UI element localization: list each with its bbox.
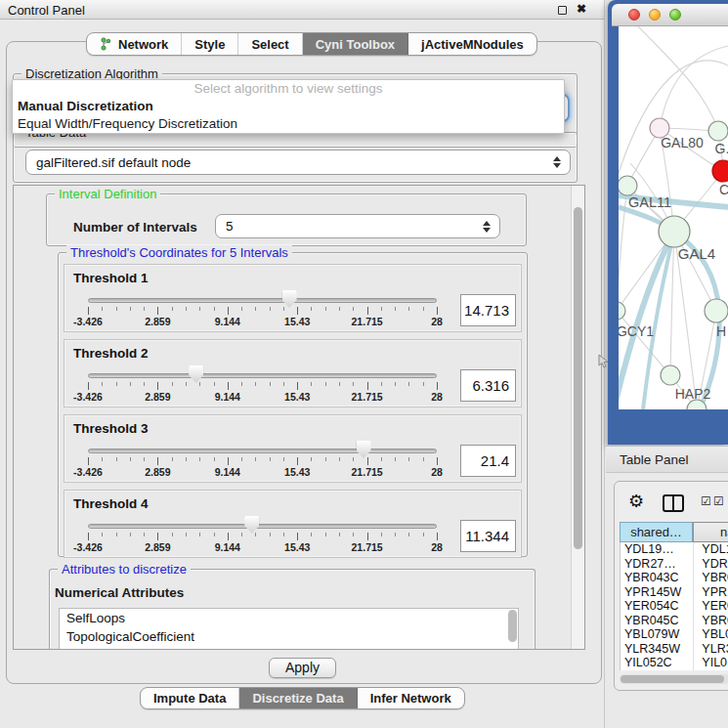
table-data-combo[interactable]: galFiltered.sif default node	[25, 150, 571, 175]
settings-scrollpane: Interval Definition Number of Intervals …	[13, 185, 585, 650]
table-cell-name: YBR0	[693, 614, 728, 628]
numerical-attributes-list[interactable]: SelfLoopsTopologicalCoefficientBetweenne…	[59, 608, 519, 650]
table-row[interactable]: YBR043CYBR0	[621, 571, 728, 585]
table-panel-header: Table Panel	[606, 446, 728, 473]
interval-definition-group: Interval Definition Number of Intervals …	[46, 193, 527, 246]
threshold-1-panel: Threshold 1 -3.4262.8599.14415.4321.7152…	[64, 264, 522, 332]
checkbox-icon[interactable]: ☑	[713, 494, 724, 508]
number-of-intervals-value: 5	[226, 219, 234, 234]
network-node[interactable]	[712, 160, 728, 182]
threshold-4-slider-handle[interactable]	[244, 516, 259, 534]
table-cell-name: YIL0	[693, 656, 728, 670]
threshold-3-label: Threshold 3	[73, 421, 149, 436]
tab-network-label: Network	[118, 37, 168, 52]
node-table: shared… na YDL19…YDL1YDR27…YDR2YBR043CYB…	[620, 522, 728, 684]
tab-jactivemnodules[interactable]: jActiveMNodules	[408, 33, 536, 55]
tick-label: 9.144	[200, 541, 255, 553]
attributes-list-scrollbar[interactable]	[508, 610, 517, 642]
table-header-row: shared… na	[620, 522, 728, 542]
table-data-combo-value: galFiltered.sif default node	[36, 155, 191, 170]
network-canvas[interactable]: GAL80G.CGAL11GAL4GCY1HHAP2	[619, 26, 728, 409]
table-row[interactable]: YDR27…YDR2	[621, 557, 728, 572]
control-panel-title: Control Panel	[8, 3, 85, 18]
threshold-1-slider-track[interactable]	[88, 298, 437, 303]
dropdown-item-manual-discretization[interactable]: Manual Discretization	[13, 98, 564, 115]
mouse-cursor	[598, 354, 609, 368]
network-node-label: HAP2	[675, 386, 711, 402]
gear-icon[interactable]: ⚙	[628, 492, 644, 510]
network-node[interactable]	[619, 302, 625, 320]
tick-label: 9.144	[200, 316, 255, 327]
threshold-4-slider-track[interactable]	[88, 524, 437, 529]
threshold-3-slider-track[interactable]	[88, 449, 437, 453]
slider-tick-labels: -3.4262.8599.14415.4321.71528	[64, 316, 521, 328]
tick-label: 2.859	[130, 316, 185, 327]
table-row[interactable]: YLR345WYLR3	[621, 642, 728, 657]
tab-cyni-toolbox[interactable]: Cyni Toolbox	[303, 33, 408, 55]
tab-infer-network[interactable]: Infer Network	[358, 688, 464, 708]
network-node[interactable]	[619, 176, 637, 195]
window-minimize-button[interactable]	[649, 9, 661, 21]
table-row[interactable]: YBR045CYBR0	[621, 614, 728, 628]
control-panel-titlebar: Control Panel ✖	[0, 0, 604, 20]
threshold-1-slider-handle[interactable]	[282, 290, 297, 308]
window-close-button[interactable]	[628, 9, 640, 21]
dropdown-item-equal-width-frequency[interactable]: Equal Width/Frequency Discretization	[13, 115, 564, 133]
table-row[interactable]: YDL19…YDL1	[621, 542, 728, 557]
tab-impute-data[interactable]: Impute Data	[141, 688, 239, 708]
attribute-list-item[interactable]: SelfLoops	[60, 609, 518, 627]
tab-discretize-data[interactable]: Discretize Data	[239, 688, 357, 708]
table-row[interactable]: YPR145WYPR1	[621, 585, 728, 600]
tick-label: -3.426	[61, 316, 115, 327]
threshold-2-panel: Threshold 2 -3.4262.8599.14415.4321.7152…	[64, 339, 522, 407]
tab-select[interactable]: Select	[238, 33, 302, 55]
threshold-2-value-field[interactable]: 6.316	[460, 369, 516, 402]
tick-label: 2.859	[130, 391, 185, 403]
threshold-2-slider-track[interactable]	[88, 373, 437, 378]
table-body: YDL19…YDL1YDR27…YDR2YBR043CYBR0YPR145WYP…	[620, 542, 728, 670]
attribute-list-item[interactable]: BetweennessCentrality	[60, 646, 518, 650]
settings-vscrollbar-thumb[interactable]	[574, 207, 582, 549]
dropdown-item-prompt[interactable]: Select algorithm to view settings	[13, 80, 564, 98]
slider-tick-labels: -3.4262.8599.14415.4321.71528	[64, 466, 521, 479]
slider-ticks	[88, 533, 438, 540]
slider-ticks	[88, 382, 438, 390]
network-view-window: GAL80G.CGAL11GAL4GCY1HHAP2	[608, 0, 728, 445]
tab-style[interactable]: Style	[182, 33, 238, 55]
table-cell-shared-name: YBL079W	[621, 627, 693, 642]
slider-ticks	[88, 457, 438, 465]
tick-label: 9.144	[200, 391, 255, 403]
threshold-4-value-field[interactable]: 11.344	[460, 520, 516, 552]
attribute-list-item[interactable]: TopologicalCoefficient	[60, 627, 518, 646]
window-zoom-button[interactable]	[669, 9, 681, 21]
network-icon	[100, 37, 112, 51]
table-row[interactable]: YER054CYER0	[621, 599, 728, 614]
table-row[interactable]: YBL079WYBL0	[621, 627, 728, 642]
network-node[interactable]	[708, 121, 728, 141]
tick-label: 28	[409, 391, 464, 403]
threshold-1-value-field[interactable]: 14.713	[460, 294, 516, 326]
threshold-2-slider-handle[interactable]	[189, 365, 203, 383]
network-node[interactable]	[661, 365, 680, 385]
columns-icon[interactable]	[663, 494, 684, 512]
network-node[interactable]	[659, 216, 690, 247]
network-edge	[619, 61, 728, 173]
tab-network[interactable]: Network	[87, 33, 182, 55]
threshold-3-value-field[interactable]: 21.4	[460, 445, 516, 477]
table-hscrollbar-thumb[interactable]	[621, 675, 724, 683]
apply-button[interactable]: Apply	[269, 658, 336, 678]
settings-vscrollbar-track[interactable]	[571, 186, 584, 649]
number-of-intervals-combo[interactable]: 5	[215, 214, 500, 238]
table-row[interactable]: YIL052CYIL0	[621, 656, 728, 670]
column-header-shared-name[interactable]: shared…	[620, 522, 693, 542]
checkbox-icon[interactable]: ☑	[701, 494, 711, 508]
threshold-3-slider-handle[interactable]	[357, 441, 371, 458]
close-panel-icon[interactable]: ✖	[577, 2, 586, 16]
float-window-icon[interactable]	[558, 6, 567, 15]
network-node[interactable]	[705, 299, 728, 322]
threshold-2-label: Threshold 2	[73, 346, 149, 361]
tick-label: -3.426	[61, 466, 115, 478]
column-header-name[interactable]: na	[693, 522, 728, 542]
table-hscrollbar-track[interactable]	[620, 674, 728, 684]
table-panel-card: ⚙ ☑ ☑ shared… na YDL19…YDL1YDR27…YDR2YBR…	[614, 481, 728, 691]
